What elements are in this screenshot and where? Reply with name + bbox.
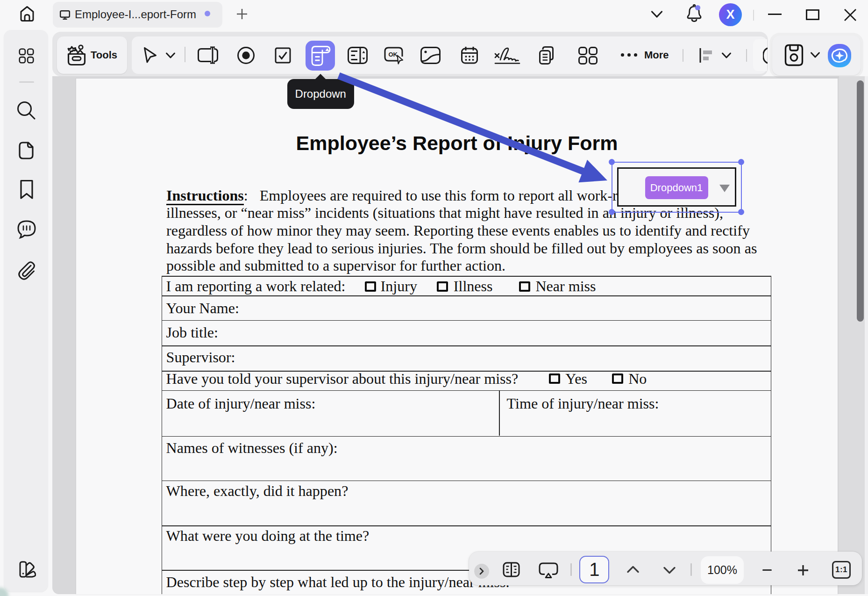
svg-text:OK: OK	[389, 51, 398, 58]
